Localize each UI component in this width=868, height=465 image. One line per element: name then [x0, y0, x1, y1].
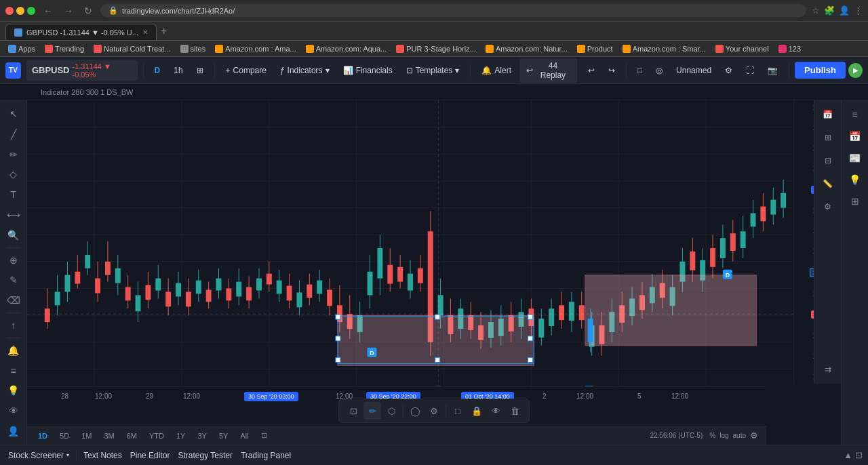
bm-trending[interactable]: Trending: [42, 45, 87, 53]
symbol-selector[interactable]: GBPUSD -1.31144 ▼ -0.05%: [26, 60, 138, 81]
brush-btn[interactable]: ⬡: [382, 402, 400, 420]
ideas-tool[interactable]: 💡: [3, 382, 24, 401]
news-icon[interactable]: 📰: [845, 148, 865, 168]
tab-close-btn[interactable]: ✕: [142, 28, 148, 36]
magnet-tool[interactable]: ⊕: [3, 251, 24, 270]
bm-product[interactable]: Product: [574, 45, 616, 53]
bm-instagram[interactable]: 123: [776, 45, 804, 53]
chart-sidebar-calendar[interactable]: 📅: [818, 104, 838, 125]
bm-apps[interactable]: Apps: [5, 45, 38, 53]
tf-3y-btn[interactable]: 3Y: [192, 430, 212, 441]
calendar-icon[interactable]: 📅: [845, 126, 865, 146]
bm-pur[interactable]: PUR 3-Stage Horiz...: [393, 45, 479, 53]
redo-btn[interactable]: ↪: [603, 63, 620, 78]
active-tab[interactable]: GBPUSD -1.31144 ▼ -0.05% U... ✕: [5, 24, 157, 40]
trading-panel-tab[interactable]: Trading Panel: [238, 451, 294, 460]
close-btn[interactable]: [5, 7, 14, 15]
watchlist-icon[interactable]: ≡: [845, 104, 865, 125]
chart-sidebar-ruler[interactable]: 📏: [818, 174, 838, 194]
rectangle-btn[interactable]: □: [449, 402, 467, 420]
measure-tool[interactable]: ⟷: [3, 205, 24, 224]
extension-btn[interactable]: 🧩: [824, 5, 835, 16]
profile-btn[interactable]: 👤: [839, 5, 850, 16]
tf-5y-btn[interactable]: 5Y: [214, 430, 233, 441]
tf-3m-btn[interactable]: 3M: [98, 430, 119, 441]
refresh-btn[interactable]: ↻: [81, 4, 95, 18]
draw-tool[interactable]: ✎: [3, 271, 24, 290]
bm-amazon1[interactable]: Amazon.com : Ama...: [212, 45, 299, 53]
tf-ytd-btn[interactable]: YTD: [144, 430, 170, 441]
zoom-tool[interactable]: 🔍: [3, 226, 24, 245]
panel-expand-btn[interactable]: ⊡: [855, 450, 863, 460]
algo-btn[interactable]: ◎: [650, 63, 668, 78]
bm-amazon2[interactable]: Amazon.com: Aqua...: [303, 45, 390, 53]
lock-btn[interactable]: 🔒: [468, 402, 486, 420]
pencil-tool[interactable]: ✏: [3, 145, 24, 164]
pencil-draw-btn[interactable]: ✏: [363, 402, 381, 420]
alert-btn[interactable]: 🔔 Alert: [476, 63, 517, 78]
tf-5d-btn[interactable]: 5D: [54, 430, 75, 441]
select-tool-btn[interactable]: ⊡: [344, 402, 362, 420]
new-tab-btn[interactable]: +: [157, 25, 171, 37]
forward-btn[interactable]: →: [61, 4, 76, 18]
timeframe-1h-btn[interactable]: 1h: [168, 63, 188, 78]
compare-btn[interactable]: + Compare: [220, 63, 272, 78]
tf-1y-btn[interactable]: 1Y: [171, 430, 191, 441]
back-btn[interactable]: ←: [41, 4, 56, 18]
eye-tool[interactable]: 👁: [3, 401, 24, 420]
camera-btn[interactable]: 📷: [762, 63, 783, 78]
watchlist-tool[interactable]: ≡: [3, 361, 24, 380]
publish-btn[interactable]: Publish: [795, 62, 846, 79]
text-notes-tab[interactable]: Text Notes: [81, 451, 125, 460]
pine-editor-tab[interactable]: Pine Editor: [127, 451, 173, 460]
cursor-tool[interactable]: ↖: [3, 104, 24, 123]
bm-yourchannel[interactable]: Your channel: [713, 45, 772, 53]
panel-collapse-btn[interactable]: ▲: [844, 450, 852, 460]
chart-settings-btn[interactable]: □: [632, 63, 648, 78]
replay-btn[interactable]: ↩ 44 Replay: [519, 58, 577, 83]
chart-name-btn[interactable]: Unnamed: [671, 63, 717, 78]
account-tool[interactable]: 👤: [3, 422, 24, 441]
chart-sidebar-expand[interactable]: ⊞: [818, 127, 838, 148]
settings-draw-btn[interactable]: ⚙: [425, 402, 443, 420]
chart-area[interactable]: D D D 1.30000 1.29600: [27, 100, 841, 445]
templates-btn[interactable]: ⊡ Templates ▾: [401, 63, 465, 78]
play-btn[interactable]: ▶: [848, 63, 863, 78]
chart-settings-icon[interactable]: ⚙: [747, 430, 761, 441]
eraser-tool[interactable]: ⌫: [3, 291, 24, 310]
bm-naturalcold[interactable]: Natural Cold Treat...: [91, 45, 173, 53]
tf-1d-btn[interactable]: 1D: [33, 430, 53, 441]
tf-1m-btn[interactable]: 1M: [76, 430, 97, 441]
bar-type-btn[interactable]: ⊞: [191, 63, 209, 78]
text-tool[interactable]: T: [3, 185, 24, 204]
screener-right-icon[interactable]: ⊞: [845, 191, 865, 211]
menu-btn[interactable]: ⋮: [854, 5, 863, 16]
financials-btn[interactable]: 📊 Financials: [338, 63, 398, 78]
undo-btn[interactable]: ↩: [583, 63, 600, 78]
address-bar[interactable]: 🔒 tradingview.com/chart/ZJHdR2Ao/: [100, 4, 806, 17]
chart-sidebar-grid[interactable]: ⊟: [818, 150, 838, 171]
tf-special-btn[interactable]: ⊡: [256, 430, 273, 441]
color-btn[interactable]: ◯: [406, 402, 424, 420]
trash-btn[interactable]: 🗑: [506, 402, 524, 420]
bm-sites[interactable]: sites: [178, 45, 209, 53]
ideas-right-icon[interactable]: 💡: [845, 169, 865, 190]
bookmark-star[interactable]: ☆: [812, 5, 820, 16]
timeframe-d-btn[interactable]: D: [149, 63, 166, 78]
gear-btn[interactable]: ⚙: [719, 63, 738, 78]
maximize-btn[interactable]: [27, 7, 35, 15]
bm-amazon3[interactable]: Amazon.com: Natur...: [483, 45, 570, 53]
tf-all-btn[interactable]: All: [235, 430, 254, 441]
fullscreen-btn[interactable]: ⛶: [741, 63, 760, 78]
line-tool[interactable]: ╱: [3, 125, 24, 144]
stock-screener-tab[interactable]: Stock Screener ▾: [5, 451, 72, 460]
shape-tool[interactable]: ◇: [3, 165, 24, 184]
eye-draw-btn[interactable]: 👁: [487, 402, 505, 420]
bm-amazon4[interactable]: Amazon.com : Smar...: [620, 45, 709, 53]
arrow-up-tool[interactable]: ↑: [3, 316, 24, 335]
chart-sidebar-double-arrow[interactable]: ⇉: [818, 359, 838, 380]
minimize-btn[interactable]: [16, 7, 24, 15]
indicators-btn[interactable]: ƒ Indicators ▾: [275, 63, 335, 78]
chart-sidebar-gear[interactable]: ⚙: [818, 197, 838, 217]
tf-6m-btn[interactable]: 6M: [121, 430, 142, 441]
